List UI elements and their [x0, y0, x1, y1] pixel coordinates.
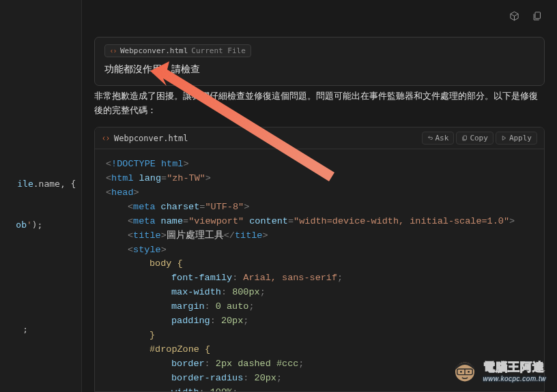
panel-toolbar — [509, 11, 542, 23]
svg-rect-0 — [535, 12, 541, 18]
apply-button-label: Apply — [509, 134, 532, 142]
play-icon — [501, 135, 507, 141]
user-message-box: Webpconver.html Current File 功能都沒作用，請檢查 — [94, 37, 545, 86]
apply-button[interactable]: Apply — [496, 132, 537, 145]
code-token: !DOCTYPE html — [111, 159, 183, 169]
code-token: ob'); — [16, 220, 42, 230]
user-message-text: 功能都沒作用，請檢查 — [104, 63, 534, 76]
context-chip[interactable]: Webpconver.html Current File — [104, 44, 251, 57]
code-block-header: Webpconver.html Ask Copy Apply — [95, 127, 544, 149]
code-file-icon — [102, 134, 110, 142]
editor-left-pane: ile.name, { typ ob'); ; — [0, 0, 82, 392]
context-filename: Webpconver.html — [120, 46, 188, 55]
copy-button[interactable]: Copy — [456, 132, 494, 145]
code-body[interactable]: <!DOCTYPE html> <html lang="zh-TW"> <hea… — [95, 149, 544, 391]
ask-button-label: Ask — [435, 134, 449, 142]
code-block: Webpconver.html Ask Copy Apply <!DOCTYPE… — [94, 127, 545, 392]
assistant-response: 非常抱歉造成了困擾。讓我們仔細檢查並修復這個問題。問題可能出在事件監聽器和文件處… — [94, 89, 545, 118]
code-token: ile.name, { typ — [17, 179, 82, 189]
ask-button[interactable]: Ask — [422, 132, 455, 145]
context-suffix: Current File — [191, 46, 245, 55]
code-file-icon — [110, 48, 117, 55]
back-arrow-icon — [427, 135, 433, 141]
code-filename: Webpconver.html — [114, 134, 188, 143]
cube-icon[interactable] — [509, 11, 519, 23]
chat-panel: Webpconver.html Current File 功能都沒作用，請檢查 … — [82, 0, 557, 392]
copy-button-label: Copy — [470, 134, 488, 142]
copy-icon — [461, 135, 468, 141]
copy-page-icon[interactable] — [532, 11, 542, 23]
code-token: ; — [23, 324, 28, 334]
svg-rect-1 — [463, 136, 467, 140]
